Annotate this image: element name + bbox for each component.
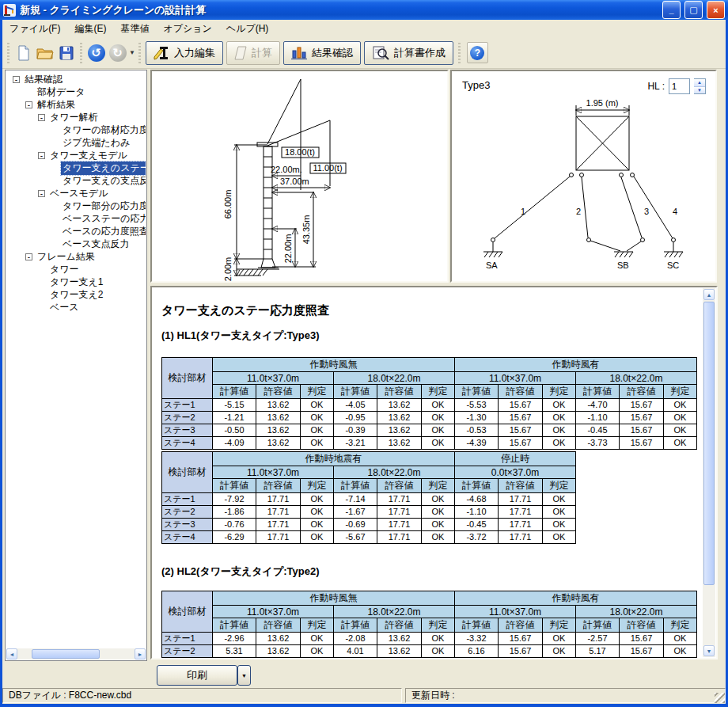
- save-button[interactable]: [55, 42, 77, 63]
- hl-spinner-input[interactable]: 1: [669, 78, 690, 94]
- value-column-header: 許容値: [499, 618, 543, 633]
- tree-item[interactable]: 部材データ: [6, 86, 146, 98]
- menu-bar: ファイル(F)編集(E)基準値オプションヘルプ(H): [2, 20, 726, 38]
- value-cell: OK: [422, 519, 455, 531]
- tree-scroll-thumb[interactable]: [32, 649, 100, 659]
- tree-item[interactable]: ベースの応力度照査: [6, 225, 146, 238]
- value-cell: 13.62: [256, 658, 301, 660]
- load-case-header: 18.0t×22.0m: [334, 466, 455, 479]
- tree-expander-icon[interactable]: -: [25, 253, 32, 260]
- value-column-header: 計算値: [455, 618, 499, 633]
- open-file-button[interactable]: [34, 42, 55, 63]
- result-check-label: 結果確認: [312, 46, 353, 60]
- table-hl2-wind: 検討部材作動時風無作動時風有11.0t×37.0m18.0t×22.0m11.0…: [161, 591, 697, 659]
- tree-item[interactable]: ベースステーの応力度照査: [6, 212, 146, 225]
- tree-expander-icon[interactable]: -: [25, 101, 32, 108]
- tree-item-label: ベースモデル: [48, 187, 109, 200]
- tree-expander-icon[interactable]: -: [13, 76, 20, 83]
- tree-item[interactable]: -フレーム結果: [6, 250, 146, 263]
- value-cell: OK: [664, 399, 697, 412]
- close-button[interactable]: ×: [707, 1, 725, 19]
- value-column-header: 許容値: [377, 479, 422, 493]
- value-cell: -2.96: [213, 633, 256, 645]
- tree-item[interactable]: タワー支えのステー応力度: [6, 162, 146, 174]
- value-cell: -0.76: [213, 519, 256, 531]
- tree-item[interactable]: -解析結果: [6, 98, 146, 111]
- value-cell: OK: [543, 658, 576, 660]
- tree-item-label: タワー部分の応力度照査: [61, 200, 146, 213]
- redo-dropdown[interactable]: ▼: [129, 49, 135, 56]
- print-dropdown-button[interactable]: ▼: [237, 665, 251, 686]
- tree-item[interactable]: タワー: [6, 263, 146, 276]
- value-cell: 13.62: [377, 633, 422, 645]
- window-border: [0, 20, 2, 707]
- table-row: ステー2-1.2113.62OK-0.9513.62OK-1.3015.67OK…: [162, 412, 697, 424]
- value-cell: 17.71: [499, 519, 543, 531]
- calculate-button[interactable]: 計算: [226, 41, 280, 65]
- minimize-button[interactable]: _: [662, 1, 681, 19]
- stay-row-label: ステー3: [162, 519, 213, 531]
- scroll-left-icon[interactable]: ◄: [6, 648, 17, 659]
- tree-item[interactable]: ベース: [6, 301, 146, 314]
- tree-item[interactable]: -タワー支えモデル: [6, 149, 146, 162]
- new-file-button[interactable]: [13, 42, 34, 63]
- stay-row-label: ステー1: [162, 493, 213, 506]
- scroll-right-icon[interactable]: ►: [135, 648, 146, 659]
- tree-expander-icon[interactable]: -: [38, 190, 45, 197]
- content-scroll-thumb[interactable]: [703, 302, 715, 585]
- scroll-up-icon[interactable]: ▲: [703, 289, 715, 300]
- help-button[interactable]: ?: [467, 42, 488, 63]
- stay-row-label: ステー2: [162, 645, 213, 658]
- value-cell: 17.71: [256, 493, 301, 506]
- tree-expander-icon[interactable]: -: [38, 152, 45, 159]
- scroll-down-icon[interactable]: ▼: [703, 645, 715, 656]
- value-column-header: 許容値: [256, 479, 301, 493]
- tree-item[interactable]: タワー支えの支点反力: [6, 174, 146, 187]
- tree-item[interactable]: -結果確認: [6, 73, 146, 86]
- undo-button[interactable]: ↺: [85, 42, 107, 63]
- menu-item[interactable]: ヘルプ(H): [219, 20, 276, 38]
- value-cell: OK: [422, 424, 455, 437]
- resize-grip[interactable]: [715, 693, 725, 703]
- tree-item[interactable]: タワー支え2: [6, 288, 146, 301]
- spinner-up-icon[interactable]: ▲: [694, 79, 705, 87]
- tree-item[interactable]: タワー部分の応力度照査: [6, 200, 146, 212]
- menu-item[interactable]: 基準値: [113, 20, 156, 38]
- toolbar-grip: [458, 43, 461, 63]
- input-edit-button[interactable]: 入力編集: [146, 41, 223, 65]
- tree-item[interactable]: ジブ先端たわみ: [6, 136, 146, 149]
- value-cell: -2.08: [334, 633, 377, 645]
- maximize-button[interactable]: ▢: [684, 1, 703, 19]
- menu-item[interactable]: ファイル(F): [2, 20, 67, 38]
- redo-button[interactable]: ↻: [107, 42, 128, 63]
- tree-item[interactable]: -タワー解析: [6, 111, 146, 124]
- value-cell: OK: [543, 424, 576, 437]
- load-case-header: 11.0t×37.0m: [455, 606, 576, 618]
- value-cell: -1.30: [455, 412, 499, 424]
- menu-item[interactable]: 編集(E): [67, 20, 113, 38]
- value-cell: -1.67: [334, 506, 377, 519]
- value-column-header: 許容値: [499, 385, 543, 399]
- hl-spinner[interactable]: ▲ ▼: [694, 78, 706, 94]
- result-check-button[interactable]: 結果確認: [283, 41, 361, 65]
- tree-horizontal-scrollbar[interactable]: ◄ ►: [6, 648, 146, 659]
- menu-item[interactable]: オプション: [156, 20, 218, 38]
- value-column-header: 許容値: [256, 385, 301, 399]
- tree-item[interactable]: -ベースモデル: [6, 187, 146, 200]
- value-cell: 15.67: [620, 399, 664, 412]
- value-column-header: 判定: [301, 618, 334, 633]
- value-column-header: 許容値: [499, 479, 543, 493]
- report-create-button[interactable]: 計算書作成: [364, 41, 453, 65]
- tree-item[interactable]: ベース支点反力: [6, 238, 146, 250]
- tree-item[interactable]: タワー支え1: [6, 276, 146, 288]
- value-cell: 13.62: [377, 412, 422, 424]
- table-row: ステー3-0.7617.71OK-0.6917.71OK-0.4517.71OK: [162, 519, 576, 531]
- print-button[interactable]: 印刷: [157, 665, 237, 686]
- tree-item[interactable]: タワーの部材応力度照査: [6, 124, 146, 136]
- table-row: ステー4-6.2917.71OK-5.6717.71OK-3.7217.71OK: [162, 531, 576, 544]
- spinner-down-icon[interactable]: ▼: [694, 87, 705, 94]
- content-vertical-scrollbar[interactable]: ▲ ▼: [703, 288, 715, 657]
- load-group-header: 停止時: [455, 452, 576, 466]
- value-cell: 17.71: [499, 531, 543, 544]
- tree-expander-icon[interactable]: -: [38, 114, 45, 121]
